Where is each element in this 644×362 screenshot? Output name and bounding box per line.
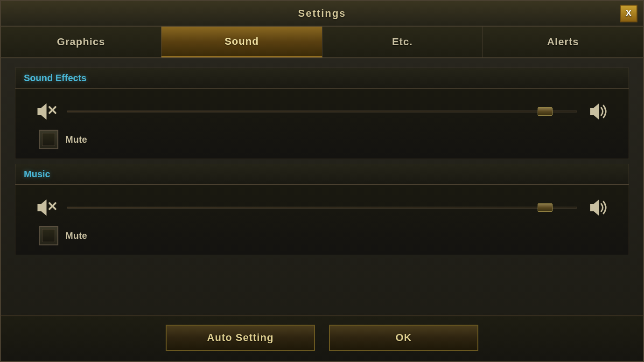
sound-effects-title: Sound Effects (24, 73, 86, 83)
sound-effects-body: Mute (15, 89, 629, 159)
music-title: Music (24, 169, 50, 179)
close-button[interactable]: X (620, 5, 637, 22)
sound-effects-section: Sound Effects (15, 68, 629, 159)
music-checkbox-inner (42, 229, 55, 242)
auto-setting-button[interactable]: Auto Setting (166, 325, 315, 351)
sound-effects-loud-icon (587, 100, 610, 123)
music-body: Mute (15, 185, 629, 255)
ok-button[interactable]: OK (329, 325, 478, 351)
svg-marker-0 (37, 103, 46, 119)
tab-sound[interactable]: Sound (161, 27, 322, 57)
svg-marker-3 (590, 103, 599, 119)
music-mute-checkbox[interactable] (39, 226, 58, 245)
bottom-bar: Auto Setting OK (1, 315, 643, 361)
sound-effects-mute-row: Mute (34, 130, 610, 149)
tabs-bar: Graphics Sound Etc. Alerts (1, 27, 643, 58)
music-mute-label: Mute (65, 230, 87, 241)
tab-graphics[interactable]: Graphics (1, 27, 161, 57)
sound-effects-slider[interactable] (67, 111, 577, 112)
music-slider-row (34, 196, 610, 219)
title-bar: Settings X (1, 1, 643, 27)
tab-alerts[interactable]: Alerts (483, 27, 643, 57)
sound-effects-checkbox-inner (42, 133, 55, 146)
sound-effects-mute-label: Mute (65, 134, 87, 145)
window-title: Settings (298, 7, 346, 20)
svg-marker-4 (37, 199, 46, 216)
sound-effects-slider-container (67, 109, 577, 114)
tab-etc[interactable]: Etc. (322, 27, 483, 57)
sound-effects-muted-icon (34, 100, 57, 123)
music-header: Music (15, 164, 629, 185)
sound-effects-header: Sound Effects (15, 68, 629, 89)
music-slider[interactable] (67, 207, 577, 209)
music-slider-container (67, 205, 577, 210)
music-mute-row: Mute (34, 226, 610, 245)
sound-effects-slider-row (34, 100, 610, 123)
settings-window: Settings X Graphics Sound Etc. Alerts So… (0, 0, 644, 362)
music-loud-icon (587, 196, 610, 219)
music-section: Music (15, 164, 629, 255)
sound-effects-mute-checkbox[interactable] (39, 130, 58, 149)
svg-marker-7 (590, 199, 599, 216)
music-muted-icon (34, 196, 57, 219)
content-area: Sound Effects (1, 58, 643, 315)
